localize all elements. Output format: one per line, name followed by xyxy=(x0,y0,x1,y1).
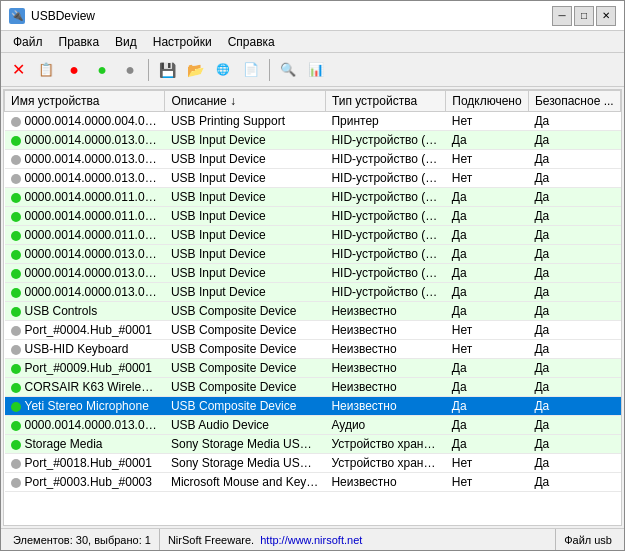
cell-desc: Microsoft Mouse and Key… xyxy=(165,473,325,492)
cell-connected: Да xyxy=(446,188,529,207)
open-button[interactable]: 📂 xyxy=(182,57,208,83)
cell-connected: Нет xyxy=(446,112,529,131)
table-row[interactable]: Storage Media Sony Storage Media USB D… … xyxy=(5,435,621,454)
cell-type: Устройство хран… xyxy=(325,454,445,473)
cell-desc: USB Composite Device xyxy=(165,397,325,416)
cell-type: HID-устройство (… xyxy=(325,245,445,264)
device-table-container[interactable]: Имя устройства Описание ↓ Тип устройства… xyxy=(3,89,622,526)
status-dot xyxy=(11,383,21,393)
status-bar: Элементов: 30, выбрано: 1 NirSoft Freewa… xyxy=(1,528,624,550)
cell-type: Устройство хран… xyxy=(325,435,445,454)
col-header-device[interactable]: Имя устройства xyxy=(5,91,165,112)
table-row[interactable]: Port_#0004.Hub_#0001 USB Composite Devic… xyxy=(5,321,621,340)
cell-safe: Да xyxy=(528,207,620,226)
cell-type: HID-устройство (… xyxy=(325,264,445,283)
menu-settings[interactable]: Настройки xyxy=(145,33,220,51)
cell-type: HID-устройство (… xyxy=(325,169,445,188)
status-dot xyxy=(11,117,21,127)
cell-connected: Да xyxy=(446,131,529,150)
html-button[interactable]: 🌐 xyxy=(210,57,236,83)
col-header-connected[interactable]: Подключено xyxy=(446,91,529,112)
maximize-button[interactable]: □ xyxy=(574,6,594,26)
table-row[interactable]: 0000.0014.0000.013.00... USB Input Devic… xyxy=(5,169,621,188)
title-bar: 🔌 USBDeview ─ □ ✕ xyxy=(1,1,624,31)
status-nirsoft: NirSoft Freeware. http://www.nirsoft.net xyxy=(160,529,556,550)
cell-device: 0000.0014.0000.013.00... xyxy=(5,150,165,169)
table-row[interactable]: 0000.0014.0000.013.00... USB Input Devic… xyxy=(5,264,621,283)
table-row[interactable]: 0000.0014.0000.013.00... USB Input Devic… xyxy=(5,131,621,150)
toolbar: ✕ 📋 ● ● ● 💾 📂 🌐 📄 🔍 📊 xyxy=(1,53,624,87)
cell-safe: Да xyxy=(528,416,620,435)
table-row[interactable]: 0000.0014.0000.011.00... USB Input Devic… xyxy=(5,188,621,207)
menu-edit[interactable]: Правка xyxy=(51,33,108,51)
cell-connected: Да xyxy=(446,416,529,435)
status-dot xyxy=(11,440,21,450)
cell-desc: USB Composite Device xyxy=(165,378,325,397)
cell-desc: USB Input Device xyxy=(165,283,325,302)
cell-type: HID-устройство (… xyxy=(325,283,445,302)
close-button[interactable]: ✕ xyxy=(596,6,616,26)
cell-desc: Sony Storage Media USB D… xyxy=(165,454,325,473)
table-row[interactable]: 0000.0014.0000.004.00... USB Printing Su… xyxy=(5,112,621,131)
delete-button[interactable]: ✕ xyxy=(5,57,31,83)
minimize-button[interactable]: ─ xyxy=(552,6,572,26)
cell-device: 0000.0014.0000.013.00... xyxy=(5,416,165,435)
table-row[interactable]: 0000.0014.0000.013.00... USB Input Devic… xyxy=(5,150,621,169)
nirsoft-link[interactable]: http://www.nirsoft.net xyxy=(260,534,362,546)
status-dot xyxy=(11,326,21,336)
copy-button[interactable]: 📄 xyxy=(238,57,264,83)
main-window: 🔌 USBDeview ─ □ ✕ Файл Правка Вид Настро… xyxy=(0,0,625,551)
cell-device: 0000.0014.0000.013.00... xyxy=(5,245,165,264)
connect-green-button[interactable]: ● xyxy=(89,57,115,83)
find-button[interactable]: 🔍 xyxy=(275,57,301,83)
save-button[interactable]: 💾 xyxy=(154,57,180,83)
table-row[interactable]: USB-HID Keyboard USB Composite Device Не… xyxy=(5,340,621,359)
cell-connected: Нет xyxy=(446,454,529,473)
cell-device: Port_#0009.Hub_#0001 xyxy=(5,359,165,378)
cell-desc: USB Input Device xyxy=(165,264,325,283)
cell-safe: Да xyxy=(528,283,620,302)
cell-desc: USB Input Device xyxy=(165,226,325,245)
cell-type: Неизвестно xyxy=(325,397,445,416)
table-row[interactable]: Yeti Stereo Microphone USB Composite Dev… xyxy=(5,397,621,416)
status-dot xyxy=(11,155,21,165)
app-icon: 🔌 xyxy=(9,8,25,24)
cell-safe: Да xyxy=(528,397,620,416)
table-row[interactable]: 0000.0014.0000.011.00... USB Input Devic… xyxy=(5,207,621,226)
col-header-safe[interactable]: Безопасное ... xyxy=(528,91,620,112)
table-header: Имя устройства Описание ↓ Тип устройства… xyxy=(5,91,621,112)
table-row[interactable]: Port_#0018.Hub_#0001 Sony Storage Media … xyxy=(5,454,621,473)
properties-button[interactable]: 📋 xyxy=(33,57,59,83)
disconnect-button[interactable]: ● xyxy=(61,57,87,83)
info-button[interactable]: 📊 xyxy=(303,57,329,83)
cell-safe: Да xyxy=(528,264,620,283)
cell-device: 0000.0014.0000.013.00... xyxy=(5,283,165,302)
col-header-desc[interactable]: Описание ↓ xyxy=(165,91,325,112)
cell-device: 0000.0014.0000.011.00... xyxy=(5,207,165,226)
cell-device: 0000.0014.0000.011.00... xyxy=(5,226,165,245)
cell-safe: Да xyxy=(528,245,620,264)
table-row[interactable]: CORSAIR K63 Wireless... USB Composite De… xyxy=(5,378,621,397)
table-row[interactable]: 0000.0014.0000.011.00... USB Input Devic… xyxy=(5,226,621,245)
menu-file[interactable]: Файл xyxy=(5,33,51,51)
status-dot xyxy=(11,421,21,431)
cell-connected: Да xyxy=(446,359,529,378)
cell-type: HID-устройство (… xyxy=(325,131,445,150)
cell-safe: Да xyxy=(528,340,620,359)
col-header-type[interactable]: Тип устройства xyxy=(325,91,445,112)
table-row[interactable]: USB Controls USB Composite Device Неизве… xyxy=(5,302,621,321)
table-row[interactable]: Port_#0009.Hub_#0001 USB Composite Devic… xyxy=(5,359,621,378)
table-row[interactable]: 0000.0014.0000.013.00... USB Input Devic… xyxy=(5,283,621,302)
table-row[interactable]: 0000.0014.0000.013.00... USB Input Devic… xyxy=(5,245,621,264)
connect-gray-button[interactable]: ● xyxy=(117,57,143,83)
status-dot xyxy=(11,478,21,488)
status-file: Файл usb xyxy=(556,529,620,550)
menu-view[interactable]: Вид xyxy=(107,33,145,51)
menu-help[interactable]: Справка xyxy=(220,33,283,51)
table-row[interactable]: Port_#0003.Hub_#0003 Microsoft Mouse and… xyxy=(5,473,621,492)
cell-type: Аудио xyxy=(325,416,445,435)
cell-safe: Да xyxy=(528,131,620,150)
cell-device: 0000.0014.0000.013.00... xyxy=(5,169,165,188)
cell-safe: Да xyxy=(528,150,620,169)
table-row[interactable]: 0000.0014.0000.013.00... USB Audio Devic… xyxy=(5,416,621,435)
